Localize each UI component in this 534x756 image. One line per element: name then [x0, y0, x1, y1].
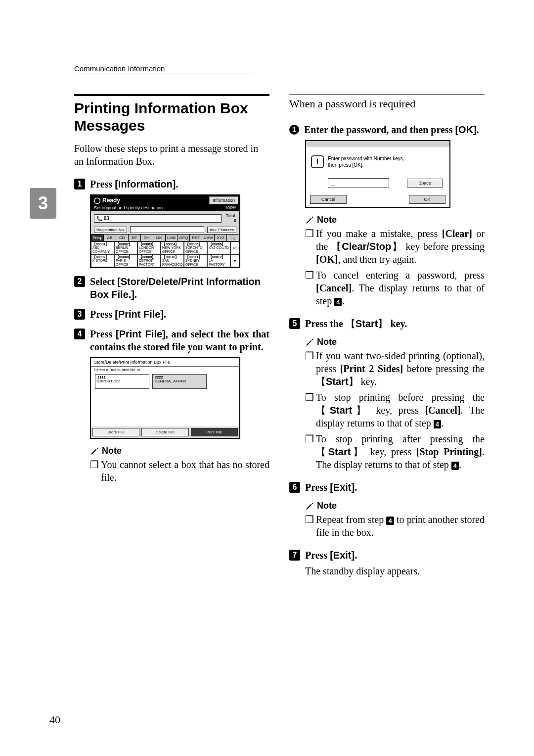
note-label: Note	[317, 215, 337, 225]
step-text-pre: Enter the password, and then press	[304, 124, 455, 135]
search-icon[interactable]: 🔍	[227, 235, 239, 241]
dial-number-field[interactable]: 📞 03_	[94, 214, 222, 223]
information-button[interactable]: Information	[209, 196, 238, 204]
dest-cell[interactable]: 【00010】SAN FRANCISCO	[161, 254, 184, 267]
screenshot-ready: ◯ Ready Information Set original and spe…	[90, 194, 240, 268]
destination-grid: 【00001】ABC COMPANY 【00002】BERLIN OFFICE …	[91, 241, 239, 267]
dest-cell[interactable]: 【00012】LA FACTORY	[207, 254, 230, 267]
print-file-button[interactable]: Print File	[191, 428, 238, 436]
tab-uvw[interactable]: UVW	[202, 235, 214, 241]
page-number: 40	[49, 713, 60, 726]
step-1-text: Press [Information].	[90, 178, 178, 190]
screenshot-boxfile: Store/Delete/Print Information Box File …	[90, 357, 240, 439]
tab-ijk[interactable]: IJK	[153, 235, 165, 241]
ready-title-text: Ready	[102, 197, 120, 204]
step-text-pre: Press	[90, 179, 115, 189]
note-item: To stop printing after pressing the Star…	[305, 432, 485, 471]
note-label: Note	[317, 501, 337, 511]
t: key, press	[370, 405, 425, 416]
dest-cell[interactable]: 【00004】NEW YORK OFFICE	[161, 241, 184, 254]
note-heading: Note	[305, 215, 485, 225]
password-msg-line2: then press [OK].	[328, 162, 363, 168]
tab-cd[interactable]: CD	[116, 235, 128, 241]
tab-lmn[interactable]: LMN	[166, 235, 178, 241]
pencil-icon	[305, 502, 314, 511]
dest-cell[interactable]: 【00008】PARIS OFFICE	[114, 254, 137, 267]
left-column: Printing Information Box Messages Follow…	[74, 94, 269, 726]
print-file-button-ref: [Print File]	[116, 329, 166, 339]
note-label: Note	[102, 446, 122, 456]
tab-freq[interactable]: Freq.	[91, 235, 103, 241]
step-number-icon: 7	[289, 550, 300, 561]
cancel-button[interactable]: Cancel	[310, 195, 347, 204]
store-file-button[interactable]: Store File	[92, 428, 139, 436]
t: before pressing the	[403, 363, 485, 374]
step-4: 4 Press [Print File], and select the box…	[74, 328, 269, 353]
note-item: If you want two-sided printing (optional…	[305, 349, 485, 388]
step-number-icon: 1	[74, 179, 85, 189]
tab-ef[interactable]: EF	[129, 235, 140, 241]
ready-title: ◯ Ready	[91, 196, 208, 205]
print-2-sides-button-ref: [Print 2 Sides]	[340, 363, 403, 374]
dest-cell[interactable]: 【00003】LONDON OFFICE	[137, 241, 161, 254]
step-2-text: Select [Store/Delete/Print Information B…	[90, 275, 269, 301]
adv-features-button[interactable]: Adv. Features	[207, 227, 236, 233]
dest-cell[interactable]: 【00011】SYDNEY OFFICE	[184, 254, 207, 267]
dial-value: 03_	[104, 216, 112, 221]
note-list: If you want two-sided printing (optional…	[305, 349, 485, 474]
delete-file-button[interactable]: Delete File	[141, 428, 188, 436]
dest-cell[interactable]: 【00009】DETROIT FACTORY	[137, 254, 161, 267]
tab-gh[interactable]: GH	[141, 235, 153, 241]
t: To stop printing after pressing the	[316, 433, 485, 444]
step-ref-icon: 4	[334, 298, 342, 306]
t: , and then try again.	[338, 254, 416, 265]
tab-opq[interactable]: OPQ	[178, 235, 189, 241]
step-ref-icon: 4	[451, 462, 459, 470]
registration-number-button[interactable]: Registration No.	[94, 227, 127, 233]
exit-button-ref: [Exit]	[330, 482, 355, 493]
cancel-button-ref: [Cancel]	[316, 283, 352, 293]
tab-xyz[interactable]: XYZ	[215, 235, 226, 241]
substep-1-text: Enter the password, and then press [OK].	[304, 123, 479, 136]
tab-ab[interactable]: AB	[104, 235, 116, 241]
dest-cell[interactable]: 【00001】ABC COMPANY	[91, 241, 114, 254]
note-item: You cannot select a box that has no stor…	[90, 458, 269, 484]
registration-field[interactable]	[130, 226, 204, 233]
dest-cell[interactable]: 【00007】X STORE	[91, 254, 114, 267]
t: key before pressing	[402, 241, 485, 252]
tab-rst[interactable]: RST	[190, 235, 202, 241]
start-key-ref: Start	[316, 376, 358, 387]
subsection-title: When a password is required	[289, 94, 485, 110]
space-button[interactable]: Space	[407, 179, 443, 188]
t: To cancel entering a password, press	[316, 270, 485, 281]
password-input[interactable]: _	[328, 178, 389, 188]
step-7-text: Press [Exit].	[305, 549, 357, 562]
step-number-icon: 3	[74, 309, 85, 320]
t: If you make a mistake, press	[316, 228, 442, 239]
step-text-pre: Select	[90, 276, 117, 287]
step-number-icon: 5	[289, 318, 300, 329]
dest-cell[interactable]: 【00002】BERLIN OFFICE	[114, 241, 137, 254]
dest-cell[interactable]: 【00005】TORONTO OFFICE	[184, 241, 207, 254]
right-column: When a password is required 1 Enter the …	[289, 94, 485, 726]
note-item: To stop printing before pressing the Sta…	[305, 391, 485, 429]
note-list: You cannot select a box that has no stor…	[90, 458, 269, 487]
alpha-tabs: Freq. AB CD EF GH IJK LMN OPQ RST UVW XY…	[91, 234, 239, 241]
ok-button[interactable]: OK	[409, 195, 445, 204]
t: .	[459, 459, 461, 470]
content-columns: Printing Information Box Messages Follow…	[74, 94, 485, 726]
t: key, press	[365, 446, 416, 457]
dest-cell[interactable]: 【00006】XYZ CO.LTD	[207, 241, 230, 254]
start-key-ref: Start	[346, 318, 388, 329]
box-item[interactable]: 1111 EXPORT DIV.	[95, 374, 149, 389]
note-heading: Note	[305, 501, 485, 511]
scroll-down-icon[interactable]: ▼	[230, 254, 239, 267]
page: 3 Communication Information Printing Inf…	[0, 0, 534, 756]
step-ref-icon: 4	[386, 517, 394, 525]
box-item[interactable]: 2222 GENERAL AFFAIR	[152, 374, 207, 389]
step-text-post: .	[134, 289, 137, 300]
boxfile-title: Store/Delete/Print Information Box File	[91, 358, 239, 367]
step-6: 6 Press [Exit].	[289, 481, 485, 494]
boxfile-subtitle: Select a Box to print file of.	[91, 367, 239, 374]
ready-subtitle: Set original and specify destination.	[94, 205, 164, 210]
